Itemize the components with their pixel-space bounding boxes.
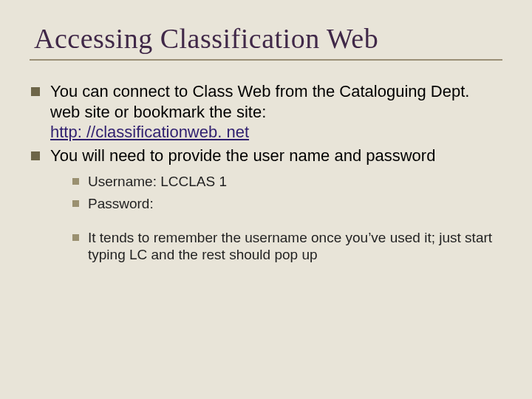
square-bullet-icon bbox=[31, 87, 40, 96]
list-item-text: Username: LCCLAS 1 bbox=[88, 173, 502, 191]
square-bullet-icon bbox=[72, 200, 79, 207]
slide: Accessing Classification Web You can con… bbox=[0, 0, 532, 399]
list-item: You will need to provide the user name a… bbox=[31, 146, 502, 166]
slide-body: You can connect to Class Web from the Ca… bbox=[30, 81, 502, 264]
list-item: It tends to remember the username once y… bbox=[72, 229, 502, 265]
list-item: You can connect to Class Web from the Ca… bbox=[31, 81, 502, 143]
title-rule bbox=[30, 59, 502, 61]
slide-title: Accessing Classification Web bbox=[34, 22, 502, 55]
url-link[interactable]: http: //classificationweb. net bbox=[50, 123, 249, 141]
text-run: You can connect to Class Web from the Ca… bbox=[50, 82, 469, 121]
square-bullet-icon bbox=[31, 151, 40, 160]
list-item-text: Password: bbox=[88, 195, 502, 213]
bullet-list-level1: You can connect to Class Web from the Ca… bbox=[31, 81, 502, 166]
list-item-text: It tends to remember the username once y… bbox=[88, 229, 502, 265]
bullet-list-level2: It tends to remember the username once y… bbox=[72, 229, 502, 265]
list-item: Username: LCCLAS 1 bbox=[72, 173, 502, 191]
list-item-text: You can connect to Class Web from the Ca… bbox=[50, 81, 502, 143]
square-bullet-icon bbox=[72, 234, 79, 241]
list-item: Password: bbox=[72, 195, 502, 213]
square-bullet-icon bbox=[72, 178, 79, 185]
bullet-list-level2: Username: LCCLAS 1 Password: bbox=[72, 173, 502, 213]
list-item-text: You will need to provide the user name a… bbox=[50, 146, 502, 166]
